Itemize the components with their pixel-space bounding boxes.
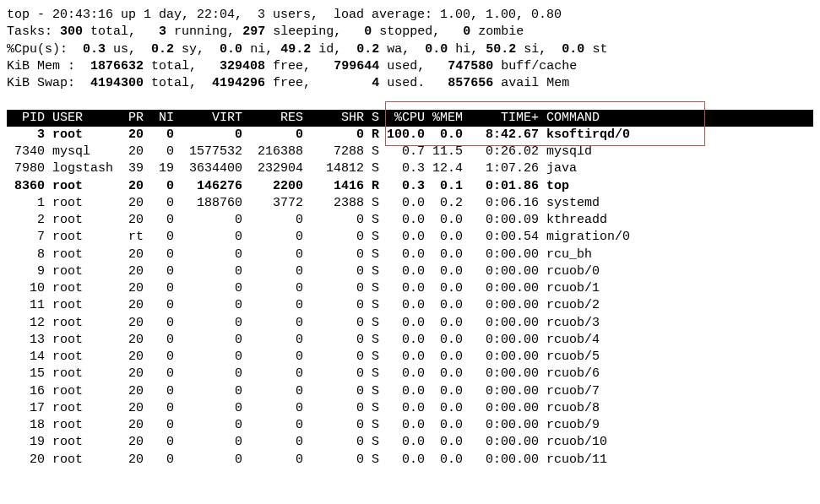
- process-row: 3 root 20 0 0 0 0 R 100.0 0.0 8:42.67 ks…: [7, 127, 813, 144]
- process-row: 10 root 20 0 0 0 0 S 0.0 0.0 0:00.00 rcu…: [7, 280, 813, 297]
- summary-line-2: Tasks: 300 total, 3 running, 297 sleepin…: [7, 24, 813, 41]
- tasks-zombie: 0: [463, 24, 470, 39]
- summary-line-3: %Cpu(s): 0.3 us, 0.2 sy, 0.0 ni, 49.2 id…: [7, 41, 813, 58]
- process-row: 18 root 20 0 0 0 0 S 0.0 0.0 0:00.00 rcu…: [7, 417, 813, 434]
- process-row: 14 root 20 0 0 0 0 S 0.0 0.0 0:00.00 rcu…: [7, 349, 813, 366]
- tasks-label: Tasks:: [7, 24, 52, 39]
- process-row: 2 root 20 0 0 0 0 S 0.0 0.0 0:00.09 kthr…: [7, 212, 813, 229]
- process-row: 11 root 20 0 0 0 0 S 0.0 0.0 0:00.00 rcu…: [7, 297, 813, 314]
- tasks-sleeping: 297: [242, 24, 265, 39]
- summary-line-5: KiB Swap: 4194300 total, 4194296 free, 4…: [7, 75, 813, 92]
- process-row: 8 root 20 0 0 0 0 S 0.0 0.0 0:00.00 rcu_…: [7, 247, 813, 263]
- summary-line-1: top - 20:43:16 up 1 day, 22:04, 3 users,…: [7, 7, 813, 24]
- process-row: 20 root 20 0 0 0 0 S 0.0 0.0 0:00.00 rcu…: [7, 452, 813, 469]
- process-row: 16 root 20 0 0 0 0 S 0.0 0.0 0:00.00 rcu…: [7, 383, 813, 400]
- summary-line-4: KiB Mem : 1876632 total, 329408 free, 79…: [7, 58, 813, 75]
- tasks-stopped: 0: [364, 24, 372, 39]
- process-row: 13 root 20 0 0 0 0 S 0.0 0.0 0:00.00 rcu…: [7, 332, 813, 349]
- process-list: 3 root 20 0 0 0 0 R 100.0 0.0 8:42.67 ks…: [7, 127, 813, 469]
- top-terminal: top - 20:43:16 up 1 day, 22:04, 3 users,…: [7, 7, 813, 469]
- process-header[interactable]: PID USER PR NI VIRT RES SHR S %CPU %MEM …: [7, 110, 813, 127]
- tasks-total: 300: [60, 24, 83, 39]
- process-row: 15 root 20 0 0 0 0 S 0.0 0.0 0:00.00 rcu…: [7, 366, 813, 382]
- tasks-running: 3: [159, 24, 166, 39]
- process-row: 7980 logstash 39 19 3634400 232904 14812…: [7, 160, 813, 177]
- process-row: 8360 root 20 0 146276 2200 1416 R 0.3 0.…: [7, 178, 813, 195]
- process-row: 1 root 20 0 188760 3772 2388 S 0.0 0.2 0…: [7, 195, 813, 212]
- blank-line: [7, 92, 813, 109]
- process-row: 19 root 20 0 0 0 0 S 0.0 0.0 0:00.00 rcu…: [7, 434, 813, 451]
- process-row: 17 root 20 0 0 0 0 S 0.0 0.0 0:00.00 rcu…: [7, 400, 813, 417]
- process-row: 7340 mysql 20 0 1577532 216388 7288 S 0.…: [7, 144, 813, 160]
- process-row: 12 root 20 0 0 0 0 S 0.0 0.0 0:00.00 rcu…: [7, 315, 813, 332]
- process-row: 7 root rt 0 0 0 0 S 0.0 0.0 0:00.54 migr…: [7, 229, 813, 246]
- process-row: 9 root 20 0 0 0 0 S 0.0 0.0 0:00.00 rcuo…: [7, 263, 813, 280]
